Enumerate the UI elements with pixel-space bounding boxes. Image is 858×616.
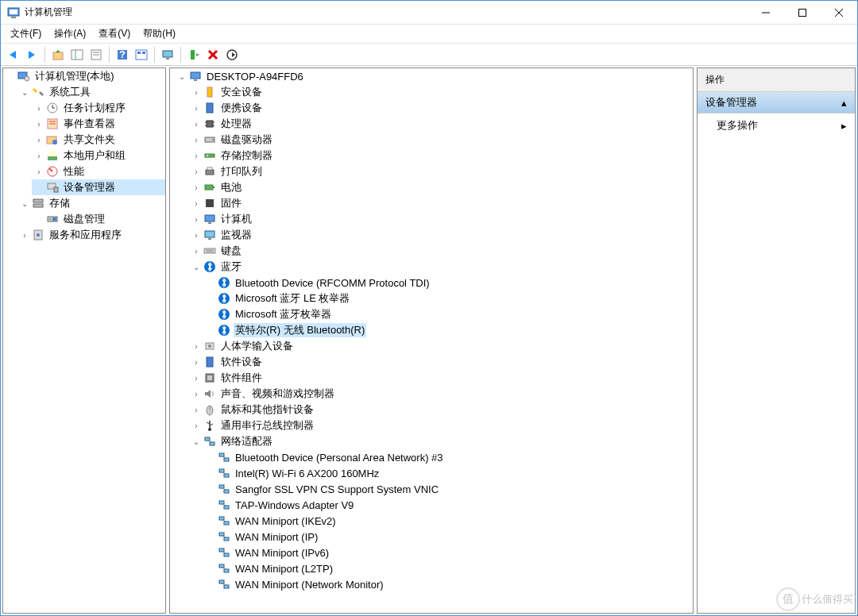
device-net-item[interactable]: WAN Miniport (Network Monitor) [203,576,693,592]
actions-category[interactable]: 设备管理器 ▴ [698,92,855,114]
expand-icon[interactable]: › [191,182,202,193]
expand-icon[interactable]: › [191,166,202,177]
expand-icon[interactable]: › [33,118,44,129]
tree-system-tools[interactable]: ⌄ 系统工具 [17,84,165,100]
device-net-item[interactable]: WAN Miniport (IP) [203,529,693,545]
view-mode-button[interactable] [133,46,150,64]
device-storage-ctrl[interactable]: ›存储控制器 [189,148,693,164]
device-sound[interactable]: ›声音、视频和游戏控制器 [189,386,693,402]
up-button[interactable] [49,46,67,64]
tree-root[interactable]: 计算机管理(本地) [3,68,165,84]
device-net-item[interactable]: WAN Miniport (IKEv2) [203,513,693,529]
expand-icon[interactable]: › [191,150,202,161]
delete-button[interactable] [204,46,222,64]
device-cpu[interactable]: ›处理器 [189,116,693,132]
svg-rect-57 [207,121,213,127]
menu-file[interactable]: 文件(F) [4,25,48,42]
device-disk-drives[interactable]: ›磁盘驱动器 [189,132,693,148]
expand-icon[interactable]: › [191,356,202,368]
menu-help[interactable]: 帮助(H) [137,25,182,42]
tree-shared-folders[interactable]: ›共享文件夹 [32,132,165,148]
minimize-button[interactable] [748,1,784,25]
device-computer-root[interactable]: ⌄ DESKTOP-A94FFD6 [175,68,693,84]
scan-button[interactable] [185,46,203,64]
device-bt-item[interactable]: Microsoft 蓝牙枚举器 [203,306,693,322]
help-button[interactable]: ? [114,46,131,64]
svg-text:?: ? [119,48,126,60]
tree-performance[interactable]: ›性能 [32,164,165,179]
svg-marker-8 [29,51,35,59]
maximize-button[interactable] [784,1,821,25]
refresh-button[interactable] [223,46,241,64]
device-monitors[interactable]: ›监视器 [189,227,693,243]
device-computers[interactable]: ›计算机 [189,211,693,227]
expand-icon[interactable]: › [191,388,202,399]
expand-icon[interactable]: › [191,198,202,209]
expand-icon[interactable]: › [33,166,44,177]
expand-icon[interactable]: › [191,134,202,145]
expand-icon[interactable]: › [191,102,202,114]
device-net-item[interactable]: Intel(R) Wi-Fi 6 AX200 160MHz [203,465,693,481]
device-bt-item[interactable]: Microsoft 蓝牙 LE 枚举器 [203,291,693,306]
device-keyboards[interactable]: ›键盘 [189,243,693,259]
device-net-item[interactable]: Bluetooth Device (Personal Area Network)… [203,449,693,465]
device-mouse[interactable]: ›鼠标和其他指针设备 [189,402,693,418]
expand-icon[interactable]: › [19,229,30,241]
device-print-queue[interactable]: ›打印队列 [189,164,693,179]
expand-icon[interactable]: › [191,87,202,98]
collapse-icon[interactable]: ⌄ [176,71,187,82]
tree-event-viewer[interactable]: ›事件查看器 [32,116,165,132]
device-battery[interactable]: ›电池 [189,179,693,195]
device-net-item[interactable]: WAN Miniport (IPv6) [203,545,693,560]
collapse-icon[interactable]: ⌄ [19,87,30,98]
device-hid[interactable]: ›人体学输入设备 [189,338,693,354]
device-bt-item[interactable]: Bluetooth Device (RFCOMM Protocol TDI) [203,275,693,291]
forward-button[interactable] [23,46,41,64]
svg-rect-69 [213,187,214,188]
tree-storage[interactable]: ⌄ 存储 [17,195,165,211]
monitor-button[interactable] [159,46,176,64]
properties-button[interactable] [87,46,105,64]
tree-disk-management[interactable]: 磁盘管理 [32,211,165,227]
expand-icon[interactable]: › [191,404,202,415]
navigation-tree-pane[interactable]: 计算机管理(本地) ⌄ 系统工具 ›任务计划程序 ›事件查看器 ›共享文件夹 [2,67,166,614]
close-button[interactable] [821,1,857,25]
menu-action[interactable]: 操作(A) [48,25,92,42]
device-portable[interactable]: ›便携设备 [189,100,693,116]
device-firmware[interactable]: ›固件 [189,195,693,211]
back-button[interactable] [4,46,21,64]
device-net-item[interactable]: Sangfor SSL VPN CS Support System VNIC [203,481,693,497]
tree-services[interactable]: ›服务和应用程序 [17,227,165,243]
expand-icon[interactable]: › [191,214,202,225]
device-net-item[interactable]: WAN Miniport (L2TP) [203,560,693,576]
device-bluetooth[interactable]: ⌄蓝牙 [189,259,693,275]
tree-local-users[interactable]: ›本地用户和组 [32,148,165,164]
actions-more[interactable]: 更多操作 ▸ [698,114,855,137]
collapse-icon[interactable]: ⌄ [19,198,30,209]
device-tree-pane[interactable]: ⌄ DESKTOP-A94FFD6 ›安全设备 ›便携设备 ›处理器 ›磁盘驱动… [169,67,694,614]
expand-icon[interactable]: › [33,150,44,161]
show-tree-button[interactable] [68,46,86,64]
expand-icon[interactable]: › [33,134,44,145]
device-network[interactable]: ⌄网络适配器 [189,433,693,449]
device-soft-dev[interactable]: ›软件设备 [189,354,693,370]
bluetooth-icon [218,276,230,289]
expand-icon[interactable]: › [191,341,202,352]
expand-icon[interactable]: › [33,102,44,114]
tree-device-manager[interactable]: 设备管理器 [32,179,165,195]
expand-icon[interactable]: › [191,118,202,129]
device-net-item[interactable]: TAP-Windows Adapter V9 [203,497,693,513]
expand-icon[interactable]: › [191,229,202,241]
tree-task-scheduler[interactable]: ›任务计划程序 [32,100,165,116]
menu-view[interactable]: 查看(V) [92,25,137,42]
collapse-icon[interactable]: ⌄ [191,436,202,447]
device-label: 人体学输入设备 [219,339,295,353]
device-bt-intel[interactable]: 英特尔(R) 无线 Bluetooth(R) [203,322,693,338]
device-soft-comp[interactable]: ›软件组件 [189,370,693,386]
expand-icon[interactable]: › [191,372,202,383]
device-security[interactable]: ›安全设备 [189,84,693,100]
expand-icon[interactable]: › [191,420,202,431]
collapse-icon[interactable]: ⌄ [191,261,202,272]
device-usb[interactable]: ›通用串行总线控制器 [189,418,693,433]
expand-icon[interactable]: › [191,245,202,256]
